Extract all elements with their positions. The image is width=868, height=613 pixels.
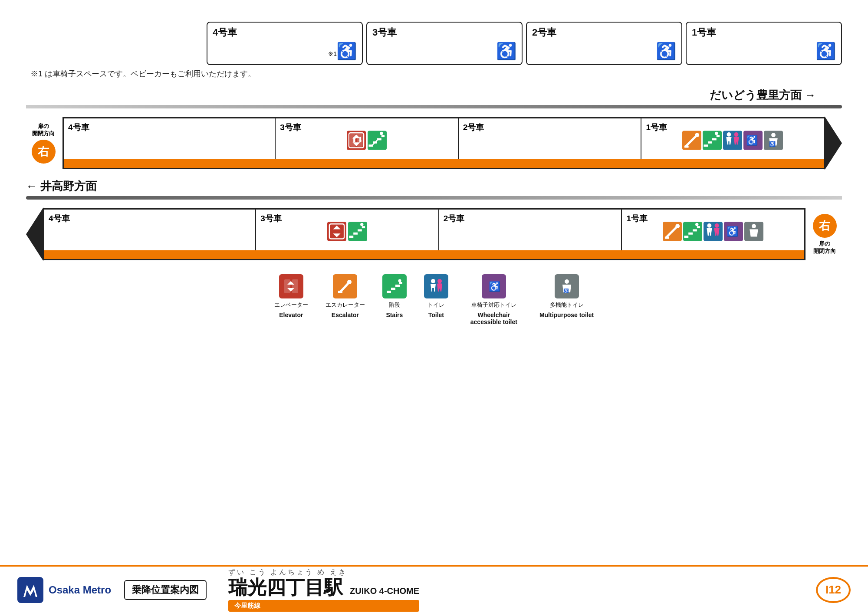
svg-point-22 xyxy=(771,133,776,137)
legend-elevator-ja: エレベーター xyxy=(274,301,308,309)
legend-escalator: エスカレーター Escalator xyxy=(326,274,365,318)
legend-toilet-icon xyxy=(424,274,448,298)
direction-left-arrow xyxy=(26,196,842,200)
svg-rect-44 xyxy=(284,279,290,293)
svg-point-57 xyxy=(437,279,442,283)
svg-point-12 xyxy=(695,133,700,137)
svg-rect-52 xyxy=(391,288,395,290)
svg-rect-28 xyxy=(353,233,358,235)
footnote-text: ※1 は車椅子スペースです。ベビーカーもご利用いただけます。 xyxy=(30,69,842,79)
svg-text:♿: ♿ xyxy=(746,134,758,146)
osaka-metro-text: Osaka Metro xyxy=(49,584,111,596)
svg-rect-27 xyxy=(349,236,353,238)
lower-door-direction-label: 扉の開閉方向 xyxy=(813,240,836,255)
car-2-wheelchair-icon: ♿ xyxy=(656,42,676,61)
svg-rect-54 xyxy=(399,282,402,284)
legend-escalator-en: Escalator xyxy=(332,311,359,318)
svg-rect-15 xyxy=(708,141,712,144)
wc-icon-upper1: ♿ xyxy=(743,131,763,150)
car-1-label: 1号車 xyxy=(692,27,716,38)
multi-icon-upper1: ♿ xyxy=(764,131,783,150)
car-4-label: 4号車 xyxy=(213,27,237,38)
station-furigana: ずい こう よんちょう め えき xyxy=(228,568,419,577)
station-name-en: ZUIKO 4-CHOME xyxy=(350,586,419,596)
car-1-wheelchair-icon: ♿ xyxy=(815,42,836,61)
legend-elevator-icon xyxy=(279,274,303,298)
upper-car-4-label: 4号車 xyxy=(68,123,89,132)
svg-rect-45 xyxy=(292,279,298,293)
stairs-icon-lower1 xyxy=(683,222,702,241)
svg-rect-17 xyxy=(717,135,720,137)
legend-section: エレベーター Elevator エスカレーター Escalator xyxy=(26,274,842,325)
car-3-label: 3号車 xyxy=(372,27,397,38)
legend-stairs-icon xyxy=(382,274,407,298)
legend-elevator: エレベーター Elevator xyxy=(274,274,308,318)
upper-car-2-label: 2号車 xyxy=(463,123,484,132)
escalator-stairs-icon-lower xyxy=(348,222,367,241)
legend-multi-toilet: ♿ 多機能トイレ Multipurpose toilet xyxy=(539,274,594,318)
stairs-icon-upper1 xyxy=(703,131,722,150)
osaka-metro-logo: Osaka Metro xyxy=(17,577,111,603)
upper-migi-circle: 右 xyxy=(32,140,56,164)
car-4-note: ※1 xyxy=(328,50,337,57)
svg-rect-51 xyxy=(387,291,391,293)
svg-rect-16 xyxy=(712,138,717,141)
car-box-4: 4号車 ※1 ♿ xyxy=(207,22,363,65)
lower-migi-circle: 右 xyxy=(813,214,837,238)
svg-rect-53 xyxy=(395,285,400,287)
legend-wc-toilet: ♿ 車椅子対応トイレ Wheelchair accessible toilet xyxy=(466,274,522,325)
svg-point-18 xyxy=(715,132,718,135)
legend-elevator-en: Elevator xyxy=(279,311,303,318)
legend-multi-icon: ♿ xyxy=(555,274,579,298)
elevator-icon-upper: ⬆⬇ xyxy=(347,131,366,150)
svg-text:♿: ♿ xyxy=(563,288,569,294)
legend-stairs: 階段 Stairs xyxy=(382,274,407,318)
legend-multi-en: Multipurpose toilet xyxy=(539,311,594,318)
metro-m-logo xyxy=(17,577,43,603)
svg-point-19 xyxy=(727,132,731,137)
legend-toilet-ja: トイレ xyxy=(427,301,444,309)
wc-icon-lower1: ♿ xyxy=(724,222,743,241)
legend-stairs-ja: 階段 xyxy=(389,301,400,309)
svg-point-55 xyxy=(398,279,401,282)
svg-rect-2 xyxy=(350,134,355,147)
car-3-wheelchair-icon: ♿ xyxy=(496,42,516,61)
car-4-wheelchair-icon: ♿ xyxy=(336,42,357,61)
upper-car-1-icons: ♿ ♿ xyxy=(682,131,783,150)
car-box-2: 2号車 ♿ xyxy=(526,22,682,65)
upper-car-3-icons: ⬆⬇ xyxy=(347,131,387,150)
direction-right-arrow xyxy=(26,105,842,108)
svg-rect-29 xyxy=(358,229,362,232)
svg-point-59 xyxy=(565,279,569,284)
svg-point-40 xyxy=(707,223,712,228)
direction-left-label: ← 井高野方面 xyxy=(26,179,842,194)
legend-multi-ja: 多機能トイレ xyxy=(550,301,584,309)
svg-rect-13 xyxy=(684,146,689,148)
direction-right-label: だいどう豊里方面 → xyxy=(26,88,842,103)
legend-escalator-icon xyxy=(333,274,357,298)
lower-car-3-label: 3号車 xyxy=(260,214,282,223)
station-number-badge: I12 xyxy=(816,577,851,603)
lower-car-3-icons xyxy=(327,222,367,241)
svg-rect-3 xyxy=(357,134,362,147)
multi-icon-lower1 xyxy=(744,222,763,241)
upper-car-1-label: 1号車 xyxy=(646,123,667,132)
svg-text:♿: ♿ xyxy=(727,226,739,237)
lower-car-1-icons: ♿ xyxy=(663,222,763,241)
svg-rect-34 xyxy=(665,237,669,239)
svg-rect-30 xyxy=(362,226,365,228)
svg-text:♿: ♿ xyxy=(769,141,776,148)
escalator-icon-lower1 xyxy=(663,222,682,241)
car-2-label: 2号車 xyxy=(532,27,556,38)
svg-point-10 xyxy=(380,132,383,135)
footer: Osaka Metro 乗降位置案内図 ずい こう よんちょう め えき 瑞光四… xyxy=(0,565,868,613)
legend-wc-icon: ♿ xyxy=(482,274,506,298)
station-line-badge: 今里筋線 xyxy=(228,600,419,612)
svg-point-33 xyxy=(676,224,680,228)
svg-rect-9 xyxy=(381,135,385,137)
svg-rect-14 xyxy=(704,144,708,147)
svg-rect-36 xyxy=(688,233,693,235)
svg-marker-25 xyxy=(333,226,340,229)
svg-rect-50 xyxy=(338,291,342,293)
elevator-icon-lower xyxy=(327,222,346,241)
